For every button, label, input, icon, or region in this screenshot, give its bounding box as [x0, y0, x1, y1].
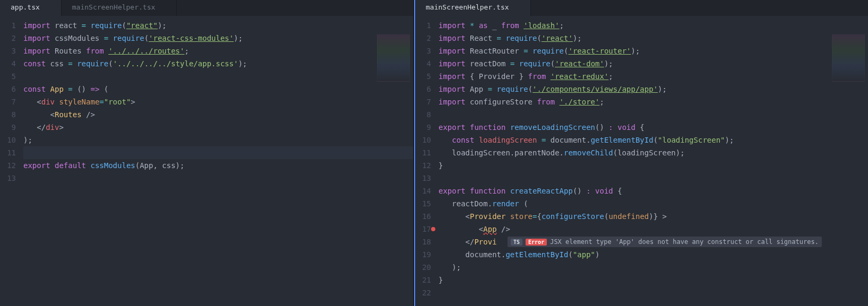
- code-line[interactable]: const css = require('../../../../style/a…: [23, 57, 413, 70]
- error-dot-icon: [431, 227, 435, 231]
- code-line[interactable]: [439, 286, 868, 299]
- line-gutter: 12345678910111213141516171819202122: [415, 16, 439, 306]
- code-line[interactable]: [439, 172, 868, 185]
- code-line[interactable]: export default cssModules(App, css);: [23, 159, 413, 172]
- line-number: 4: [415, 57, 431, 70]
- line-number: 11: [0, 146, 16, 159]
- tab-label: app.tsx: [11, 3, 40, 11]
- editor-body-right[interactable]: 12345678910111213141516171819202122 impo…: [415, 16, 868, 306]
- line-number: 9: [415, 121, 431, 134]
- line-number: 9: [0, 121, 16, 134]
- line-number: 14: [415, 185, 431, 197]
- tab-mainscreenhelper-left[interactable]: mainScreenHelper.tsx: [62, 0, 177, 16]
- code-line[interactable]: import reactDom = require('react-dom');: [439, 57, 868, 70]
- code-line[interactable]: <App />: [439, 223, 868, 235]
- line-number: 7: [415, 95, 431, 108]
- code-line[interactable]: <Routes />: [23, 108, 413, 121]
- code-line[interactable]: import { Provider } from 'react-redux';: [439, 70, 868, 83]
- code-line[interactable]: export function createReactApp() : void …: [439, 185, 868, 197]
- code-line[interactable]: [23, 146, 413, 159]
- minimap[interactable]: [832, 34, 865, 82]
- line-number: 20: [415, 261, 431, 274]
- editor-body-left[interactable]: 12345678910111213 import react = require…: [0, 16, 413, 306]
- tab-label: mainScreenHelper.tsx: [426, 3, 509, 11]
- error-badge: Error: [526, 239, 547, 246]
- ts-badge: TS: [511, 239, 522, 246]
- line-number: 1: [415, 19, 431, 32]
- line-number: 16: [415, 210, 431, 223]
- code-line[interactable]: );: [439, 261, 868, 274]
- line-number: 22: [415, 286, 431, 299]
- line-number: 17: [415, 223, 431, 235]
- line-number: 3: [0, 45, 16, 57]
- tab-bar-left: app.tsx mainScreenHelper.tsx: [0, 0, 413, 16]
- line-number: 12: [0, 159, 16, 172]
- line-number: 13: [415, 172, 431, 185]
- code-line[interactable]: import App = require('./components/views…: [439, 83, 868, 95]
- code-area[interactable]: import * as _ from 'lodash';import React…: [439, 16, 868, 306]
- line-number: 10: [0, 134, 16, 146]
- code-line[interactable]: loadingScreen.parentNode.removeChild(loa…: [439, 146, 868, 159]
- line-number: 8: [415, 108, 431, 121]
- line-number: 13: [0, 172, 16, 185]
- code-line[interactable]: [439, 108, 868, 121]
- line-number: 11: [415, 146, 431, 159]
- code-line[interactable]: [23, 172, 413, 185]
- line-number: 5: [0, 70, 16, 83]
- line-number: 2: [415, 32, 431, 45]
- code-line[interactable]: }: [439, 159, 868, 172]
- code-line[interactable]: export function removeLoadingScreen() : …: [439, 121, 868, 134]
- line-number: 19: [415, 248, 431, 261]
- line-number: 15: [415, 197, 431, 210]
- code-line[interactable]: const App = () => (: [23, 83, 413, 95]
- code-line[interactable]: );: [23, 134, 413, 146]
- tooltip-message: JSX element type 'App' does not have any…: [550, 238, 819, 246]
- line-number: 2: [0, 32, 16, 45]
- line-number: 18: [415, 235, 431, 248]
- line-number: 3: [415, 45, 431, 57]
- code-line[interactable]: </div>: [23, 121, 413, 134]
- code-line[interactable]: const loadingScreen = document.getElemen…: [439, 134, 868, 146]
- line-number: 4: [0, 57, 16, 70]
- code-line[interactable]: [23, 70, 413, 83]
- tab-mainscreenhelper-right[interactable]: mainScreenHelper.tsx: [415, 0, 531, 16]
- editor-pane-left: app.tsx mainScreenHelper.tsx 12345678910…: [0, 0, 414, 306]
- line-number: 7: [0, 95, 16, 108]
- line-number: 10: [415, 134, 431, 146]
- code-line[interactable]: import configureStore from './store';: [439, 95, 868, 108]
- tab-app-tsx[interactable]: app.tsx: [0, 0, 62, 16]
- code-line[interactable]: document.getElementById("app"): [439, 248, 868, 261]
- code-line[interactable]: import ReactRouter = require('react-rout…: [439, 45, 868, 57]
- line-number: 1: [0, 19, 16, 32]
- line-number: 8: [0, 108, 16, 121]
- line-number: 5: [415, 70, 431, 83]
- error-tooltip: TSErrorJSX element type 'App' does not h…: [508, 237, 822, 247]
- code-line[interactable]: import * as _ from 'lodash';: [439, 19, 868, 32]
- code-line[interactable]: <div styleName="root">: [23, 95, 413, 108]
- line-gutter: 12345678910111213: [0, 16, 23, 306]
- editor-pane-right: mainScreenHelper.tsx 1234567891011121314…: [414, 0, 868, 306]
- line-number: 21: [415, 274, 431, 286]
- tab-bar-right: mainScreenHelper.tsx: [415, 0, 868, 16]
- code-line[interactable]: <Provider store={configureStore(undefine…: [439, 210, 868, 223]
- line-number: 12: [415, 159, 431, 172]
- minimap[interactable]: [377, 34, 410, 82]
- code-line[interactable]: reactDom.render (: [439, 197, 868, 210]
- code-line[interactable]: import react = require("react");: [23, 19, 413, 32]
- tab-label: mainScreenHelper.tsx: [72, 3, 156, 11]
- code-area[interactable]: import react = require("react");import c…: [23, 16, 413, 306]
- code-line[interactable]: import Routes from '../../../routes';: [23, 45, 413, 57]
- line-number: 6: [415, 83, 431, 95]
- line-number: 6: [0, 83, 16, 95]
- code-line[interactable]: import React = require('react');: [439, 32, 868, 45]
- code-line[interactable]: import cssModules = require('react-css-m…: [23, 32, 413, 45]
- code-line[interactable]: }: [439, 274, 868, 286]
